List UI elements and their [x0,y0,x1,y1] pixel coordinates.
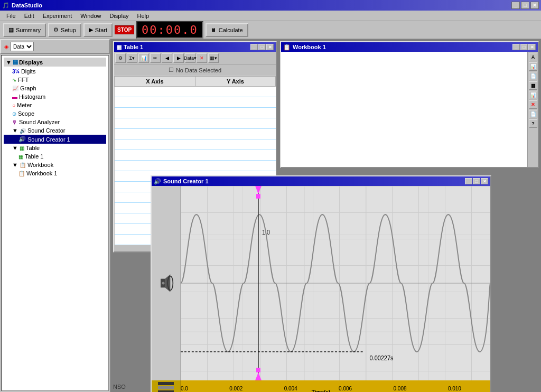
table-maximize-btn[interactable]: □ [258,44,266,50]
sound-window-controls: _ □ ✕ [465,178,488,184]
histogram-icon: ▬ [12,94,17,100]
sound-minimize-btn[interactable]: _ [465,178,472,184]
wb-btn-help[interactable]: ? [529,119,537,128]
table-row [115,97,276,108]
col-y-axis: Y Axis [195,77,275,87]
table-close-btn[interactable]: ✕ [266,44,274,50]
svg-text:0.00227s: 0.00227s [370,355,394,362]
digits-icon: 3¼ [12,69,20,74]
workbook-maximize-btn[interactable]: □ [520,44,528,50]
sound-close-btn[interactable]: ✕ [481,178,488,184]
sound-window: 🔊 Sound Creator 1 _ □ ✕ [151,175,491,392]
table-tool-sum[interactable]: Σ▾ [127,53,137,63]
tree-item-histogram[interactable]: ▬ Histogram [4,92,106,101]
main-area: ◈ Data ▼ ▦ Displays 3¼ Digits ∿ FFT 📈 [0,39,541,392]
workbook-icon: 📋 [20,162,26,168]
menu-file[interactable]: File [2,12,20,20]
maximize-btn[interactable]: □ [521,2,529,9]
tree-item-sound-analyzer[interactable]: 🎙 Sound Analyzer [4,118,106,126]
calc-icon: 🖩 [211,27,217,33]
tree-item-workbook-1[interactable]: 📋 Workbook 1 [4,169,106,178]
start-button[interactable]: ▶ Start [83,23,113,37]
table-tool-delete[interactable]: ✕ [197,53,207,63]
nso-label: NSO [113,384,126,390]
menu-bar: File Edit Experiment Window Display Help [0,11,541,21]
graph-icon: 📈 [12,86,18,91]
x-axis-icon [158,382,174,392]
wb-btn-doc[interactable]: 📄 [529,72,537,80]
table-tool-data[interactable]: Data▾ [185,53,195,63]
workbook-minimize-btn[interactable]: _ [512,44,520,50]
speaker-svg [155,270,176,296]
wave-svg: 1.0 0.00227s [181,186,490,380]
wb-btn-a[interactable]: A [529,53,537,61]
table-tool-right[interactable]: ▶ [173,53,184,63]
app-icon: 🎵 [2,2,10,9]
svg-point-2 [162,282,165,285]
menu-experiment[interactable]: Experiment [39,12,77,20]
tree-item-sound-creator[interactable]: ▼ 🔊 Sound Creator [4,126,106,135]
table-tool-pen[interactable]: ✏ [150,53,161,63]
col-x-axis: X Axis [115,77,195,87]
workbook-inner: A 📊 📄 ▦ 📊 ✕ 📄 ? [281,52,538,167]
table-tool-grid[interactable]: ▦▾ [208,53,219,63]
start-icon: ▶ [89,26,93,33]
table-window-title: ▦ Table 1 _ □ ✕ [114,42,276,52]
tree-item-table[interactable]: ▼ ▦ Table [4,144,106,152]
wb-btn-page[interactable]: 📄 [529,110,537,118]
tree-item-graph[interactable]: 📈 Graph [4,84,106,92]
workbook-window: 📋 Workbook 1 _ □ ✕ A 📊 📄 ▦ 📊 ✕ 📄 [280,41,539,168]
workbook-window-title: 📋 Workbook 1 _ □ ✕ [281,42,538,52]
table-minimize-btn[interactable]: _ [250,44,258,50]
tree-item-meter[interactable]: ○ Meter [4,101,106,109]
tree-item-sound-creator-1[interactable]: 🔊 Sound Creator 1 [4,135,106,144]
meter-icon: ○ [12,102,15,108]
table-tool-chart[interactable]: 📊 [138,53,149,63]
menu-display[interactable]: Display [105,12,133,20]
summary-button[interactable]: ▦ Summary [3,23,46,37]
data-dropdown[interactable]: Data [11,42,34,51]
menu-window[interactable]: Window [76,12,105,20]
table-row [115,108,276,118]
tree-area: ▼ ▦ Displays 3¼ Digits ∿ FFT 📈 Graph ▬ H… [1,55,109,391]
speaker-area [152,186,181,380]
displays-header[interactable]: ▼ ▦ Displays [4,58,106,67]
setup-icon: ⚙ [53,26,59,33]
wb-btn-bar[interactable]: 📊 [529,91,537,99]
wb-btn-close[interactable]: ✕ [529,100,537,109]
tree-item-fft[interactable]: ∿ FFT [4,76,106,84]
tree-item-table-1[interactable]: ▦ Table 1 [4,152,106,161]
workbook-sidebar: A 📊 📄 ▦ 📊 ✕ 📄 ? [527,52,538,167]
wave-area: 1.0 0.00227s [181,186,490,380]
sound-maximize-btn[interactable]: □ [473,178,480,184]
tree-item-digits[interactable]: 3¼ Digits [4,67,106,76]
tree-item-scope[interactable]: ⊙ Scope [4,109,106,118]
grid-icon-displays: ▦ [13,59,18,66]
table-row [115,150,276,161]
fft-icon: ∿ [12,77,16,83]
table-row [115,87,276,97]
setup-button[interactable]: ⚙ Setup [48,23,81,37]
table-toolbar: ⚙ Σ▾ 📊 ✏ ◀ ▶ Data▾ ✕ ▦▾ [114,52,276,64]
svg-rect-15 [256,194,260,199]
svg-marker-16 [255,372,262,380]
menu-edit[interactable]: Edit [20,12,39,20]
calculate-button[interactable]: 🖩 Calculate [206,23,248,37]
table-tool-left[interactable]: ◀ [162,53,172,63]
tree-item-workbook[interactable]: ▼ 📋 Workbook [4,161,106,169]
close-btn[interactable]: ✕ [530,2,539,9]
table-tool-1[interactable]: ⚙ [115,53,126,63]
table-row [115,118,276,129]
minimize-btn[interactable]: _ [511,2,520,9]
data-icon: ◈ [4,43,8,50]
stop-indicator: STOP [115,25,134,34]
table-icon-title: ▦ [116,44,122,51]
app-title: DataStudio [12,2,42,8]
workbook-1-icon: 📋 [18,171,25,176]
workbook-close-btn[interactable]: ✕ [528,44,536,50]
wb-btn-grid[interactable]: ▦ [529,81,537,90]
svg-rect-19 [158,386,174,389]
svg-text:1.0: 1.0 [262,229,270,236]
wb-btn-chart[interactable]: 📊 [529,62,537,71]
menu-help[interactable]: Help [133,12,154,20]
